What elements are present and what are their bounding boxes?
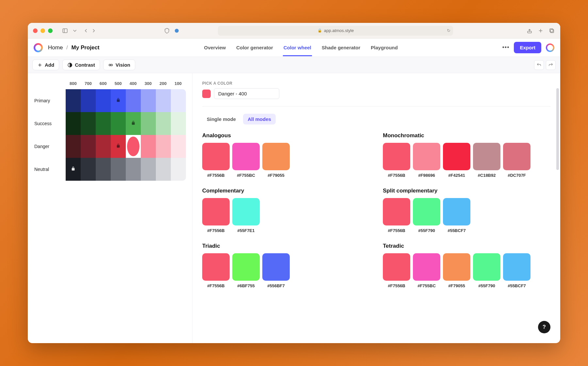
redo-button[interactable] [546,60,556,70]
tab-shade-generator[interactable]: Shade generator [321,39,361,56]
swatch-item: #55F7E1 [232,198,260,233]
undo-button[interactable] [534,60,544,70]
picker-input[interactable] [214,88,279,99]
shade-cell[interactable] [141,135,156,158]
new-tab-icon[interactable] [537,27,544,34]
shade-cell[interactable] [126,158,141,181]
swatch-row: #F7556B#F755BC#F79055#55F790#55BCF7 [383,253,550,288]
swatch-row: #F7556B#55F790#55BCF7 [383,198,550,233]
shade-cell[interactable] [156,112,171,135]
contrast-button[interactable]: Contrast [62,59,100,70]
hex-label: #DC707F [508,173,526,178]
avatar[interactable] [546,43,554,52]
color-swatch[interactable] [262,143,290,170]
mode-single[interactable]: Single mode [202,114,240,125]
color-swatch[interactable] [383,143,410,170]
color-swatch[interactable] [262,253,290,281]
tab-overview[interactable]: Overview [203,39,226,56]
shade-cell[interactable] [81,135,96,158]
color-swatch[interactable] [443,143,470,170]
color-swatch[interactable] [232,253,260,281]
refresh-icon[interactable]: ↻ [447,28,450,33]
color-swatch[interactable] [202,143,230,170]
shade-cell[interactable] [111,112,126,135]
color-swatch[interactable] [413,198,440,225]
shade-cell[interactable] [66,158,81,181]
shade-cell[interactable] [156,135,171,158]
app-logo[interactable] [34,43,43,52]
share-icon[interactable] [526,27,533,34]
color-swatch[interactable] [473,253,500,281]
shade-cell[interactable] [171,158,186,181]
mode-all[interactable]: All modes [243,114,276,125]
tab-color-generator[interactable]: Color generator [236,39,274,56]
shade-cell[interactable] [96,158,111,181]
close-window-button[interactable] [33,28,38,33]
shade-level-label: 500 [111,81,126,86]
color-swatch[interactable] [413,143,440,170]
color-swatch[interactable] [232,143,260,170]
export-button[interactable]: Export [514,42,541,53]
shade-cell[interactable] [156,158,171,181]
shade-cell[interactable] [96,135,111,158]
palette-row-label: Danger [34,144,66,149]
shade-cell[interactable] [126,89,141,112]
maximize-window-button[interactable] [48,28,53,33]
extension-icon[interactable] [173,27,180,34]
tabs-icon[interactable] [548,27,555,34]
minimize-window-button[interactable] [41,28,45,33]
shade-cell[interactable] [81,89,96,112]
shade-cell[interactable] [126,112,141,135]
shade-cell[interactable] [111,135,126,158]
color-swatch[interactable] [503,143,531,170]
back-button[interactable] [83,27,89,34]
swatch-row: #F7556B#6BF755#556BF7 [202,253,370,288]
shade-cell[interactable] [156,89,171,112]
picker-swatch[interactable] [202,90,211,98]
shade-cell[interactable] [96,89,111,112]
swatch-item: #556BF7 [262,253,290,288]
color-swatch[interactable] [473,143,500,170]
shade-cell[interactable] [81,158,96,181]
vision-button[interactable]: Vision [103,59,135,70]
color-swatch[interactable] [383,198,410,225]
shade-cell[interactable] [66,112,81,135]
shade-cell[interactable] [141,89,156,112]
color-swatch[interactable] [443,198,470,225]
breadcrumb-home[interactable]: Home [48,44,63,51]
shade-cell[interactable] [66,89,81,112]
color-swatch[interactable] [202,253,230,281]
color-swatch[interactable] [443,253,470,281]
shade-cell[interactable] [171,89,186,112]
color-swatch[interactable] [232,198,260,225]
more-menu-icon[interactable]: ••• [502,44,510,51]
scrollbar[interactable] [556,88,559,170]
shade-cell[interactable] [111,89,126,112]
shade-cell[interactable] [111,158,126,181]
forward-button[interactable] [90,27,97,34]
hex-label: #55BCF7 [448,228,466,233]
url-bar[interactable]: 🔒 app.atmos.style ↻ [218,26,453,36]
tab-color-wheel[interactable]: Color wheel [283,39,312,56]
shield-icon[interactable] [164,27,170,34]
color-swatch[interactable] [383,253,410,281]
palette-grid: PrimarySuccessDangerNeutral [34,89,186,181]
color-swatch[interactable] [413,253,440,281]
shade-cell[interactable] [96,112,111,135]
hex-label: #F42541 [448,173,465,178]
breadcrumb-project[interactable]: My Project [72,44,100,51]
help-button[interactable]: ? [538,321,550,333]
shade-cell[interactable] [126,135,141,158]
add-button[interactable]: Add [32,59,59,70]
shade-cell[interactable] [141,112,156,135]
shade-cell[interactable] [81,112,96,135]
tab-playground[interactable]: Playground [370,39,399,56]
shade-cell[interactable] [141,158,156,181]
sidebar-toggle-icon[interactable] [62,27,68,34]
color-swatch[interactable] [503,253,531,281]
shade-cell[interactable] [171,135,186,158]
shade-cell[interactable] [66,135,81,158]
shade-cell[interactable] [171,112,186,135]
chevron-down-icon[interactable] [72,27,78,34]
color-swatch[interactable] [202,198,230,225]
